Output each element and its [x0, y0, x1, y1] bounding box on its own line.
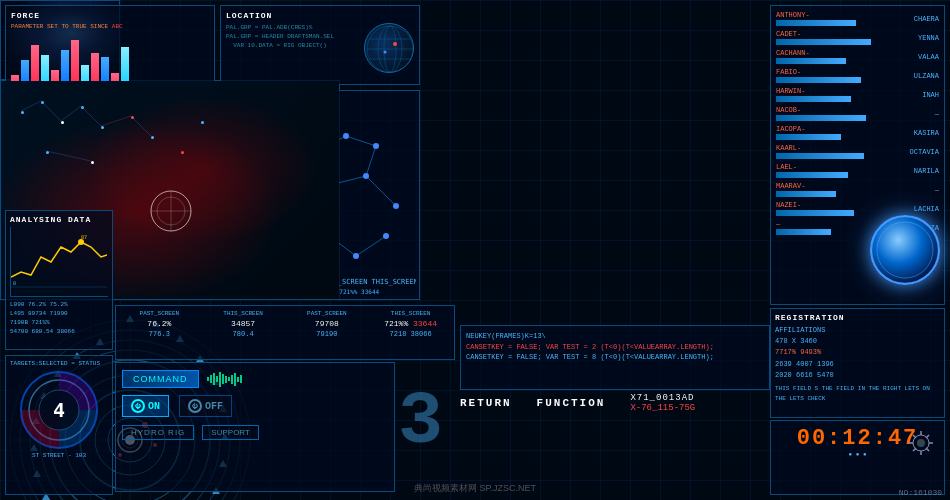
name-bar-6	[776, 134, 841, 140]
name-left-2: CACHANN-	[776, 49, 846, 57]
blue-orb-panel	[865, 210, 945, 290]
rmp-desc: THIS FIELD S THE FIELD IN THE RIGHT LETS…	[775, 384, 940, 403]
stats-panel: PAST_SCREEN THIS_SCREEN PAST_SCREEN THIS…	[115, 305, 455, 360]
function-label: FUNCTION	[537, 397, 606, 409]
wb10	[234, 373, 236, 386]
name-left-7: KAARL-	[776, 144, 864, 152]
name-bar-10	[776, 210, 854, 216]
waveform	[207, 369, 242, 389]
av-3: 7190B 721%%	[10, 318, 108, 327]
name-row-2: CACHANN- VALAA	[776, 49, 939, 65]
controls-panel: COMMAND ⏻ ON ⏻ OFF HYDRO RIG SUPPORT	[115, 362, 395, 492]
svg-point-98	[917, 439, 925, 447]
name-row-1: CADET- YENNA	[776, 30, 939, 46]
rmp-v2: 7717% 9493%	[775, 347, 940, 358]
svg-point-28	[353, 253, 359, 259]
stat-h2: THIS_SCREEN	[204, 310, 283, 317]
wb2	[210, 375, 212, 383]
svg-point-96	[877, 222, 933, 278]
gear-icon	[904, 426, 939, 461]
name-bar-5	[776, 115, 866, 121]
name-bar-0	[776, 20, 856, 26]
wb5	[219, 372, 221, 387]
analysis-panel: ANALYSING DATA 0 87 L090 76.2% 75.2% L49…	[5, 210, 113, 350]
controls-top: COMMAND	[122, 369, 388, 389]
big-number: 3	[398, 385, 443, 460]
svg-line-18	[366, 146, 376, 176]
name-row-6: IACOPA- KASIRA	[776, 125, 939, 141]
stat-h1: PAST_SCREEN	[120, 310, 199, 317]
name-bar-3	[776, 77, 861, 83]
wb4	[216, 376, 218, 382]
func-labels-row: RETURN FUNCTION X71_0013AD X-76_115-75G	[460, 393, 695, 413]
location-title: LOCATION	[226, 11, 414, 20]
name-right-8: NARILA	[914, 167, 939, 175]
force-title: FORCE	[11, 11, 209, 20]
support-button[interactable]: SUPPORT	[202, 425, 259, 440]
sv4-red: 33644	[413, 319, 437, 328]
name-row-4: HARWIN- INAH	[776, 87, 939, 103]
name-left-11: —	[776, 220, 831, 228]
svg-line-15	[356, 236, 386, 256]
name-right-1: YENNA	[918, 34, 939, 42]
wb7	[225, 376, 227, 383]
av-2: L495 89734 71990	[10, 309, 108, 318]
on-toggle[interactable]: ⏻ ON	[122, 395, 169, 417]
svg-line-37	[41, 101, 61, 121]
svg-line-38	[61, 106, 81, 121]
names-container: ANTHONY- CHAERA CADET- YENNA CACHANN- VA…	[776, 11, 939, 236]
targets-label: TARGETS:SELECTED = STATUS	[10, 360, 108, 367]
x71-label: X71_0013AD	[630, 393, 695, 403]
wb9	[231, 375, 233, 384]
targets-panel: TARGETS:SELECTED = STATUS 4 ST STREET - …	[5, 355, 113, 495]
chart-svg: 0 87	[11, 227, 107, 292]
off-toggle[interactable]: ⏻ OFF	[179, 395, 232, 417]
stat-h4: THIS_SCREEN	[371, 310, 450, 317]
svg-text:87: 87	[81, 234, 87, 240]
svg-point-25	[363, 173, 369, 179]
no-label: NO:161030	[899, 488, 942, 497]
sv2: 34857	[204, 319, 283, 328]
rmp-v3: 2639 4007 1396	[775, 359, 940, 370]
name-right-4: INAH	[922, 91, 939, 99]
code-l1: NEUKEY(FRAMES)K=13\	[466, 331, 764, 342]
gauge-sub: ST STREET - 103	[10, 452, 108, 459]
name-bar-4	[776, 96, 851, 102]
svg-point-7	[384, 51, 387, 54]
rmp-affiliations: AFFILIATIONS	[775, 325, 940, 336]
globe	[364, 23, 414, 73]
bottom-buttons: HYDRO RIG SUPPORT	[122, 425, 388, 440]
name-left-1: CADET-	[776, 30, 871, 38]
wb8	[228, 377, 230, 381]
name-left-4: HARWIN-	[776, 87, 851, 95]
stats-headers: PAST_SCREEN THIS_SCREEN PAST_SCREEN THIS…	[120, 310, 450, 317]
command-button[interactable]: COMMAND	[122, 370, 199, 388]
name-row-8: LAEL- NARILA	[776, 163, 939, 179]
name-left-10: NAZEI-	[776, 201, 854, 209]
svg-line-19	[366, 176, 396, 206]
func-inner: RETURN FUNCTION X71_0013AD X-76_115-75G	[460, 393, 695, 413]
name-row-3: FABIO- ULZANA	[776, 68, 939, 84]
location-panel: LOCATION PAL.GRP = PAL.ADB(CRES)% PAL.GR…	[220, 5, 420, 85]
on-circle: ⏻	[131, 399, 145, 413]
x76-label: X-76_115-75G	[630, 403, 695, 413]
name-bar-11	[776, 229, 831, 235]
hydro-button[interactable]: HYDRO RIG	[122, 425, 194, 440]
name-left-5: NACOB-	[776, 106, 866, 114]
code-panel: NEUKEY(FRAMES)K=13\ CANSETKEY = FALSE; V…	[460, 325, 770, 390]
x-labels: X71_0013AD X-76_115-75G	[630, 393, 695, 413]
name-right-6: KASIRA	[914, 129, 939, 137]
gauge-number-text: 4	[53, 398, 65, 422]
name-bar-2	[776, 58, 846, 64]
rmp-v4: 2020 6616 5470	[775, 370, 940, 381]
svg-point-32	[393, 203, 399, 209]
name-right-2: VALAA	[918, 53, 939, 61]
svg-point-29	[383, 233, 389, 239]
svg-point-6	[393, 42, 397, 46]
analysis-values: L090 76.2% 75.2% L495 89734 71990 7190B …	[10, 300, 108, 336]
analysis-title: ANALYSING DATA	[10, 215, 108, 224]
svg-line-42	[46, 151, 91, 161]
return-label: RETURN	[460, 397, 512, 409]
svg-line-39	[81, 106, 101, 126]
code-l3: CANSETKEY = FALSE; VAR TEST = 8 (T<0)(T<…	[466, 352, 764, 363]
